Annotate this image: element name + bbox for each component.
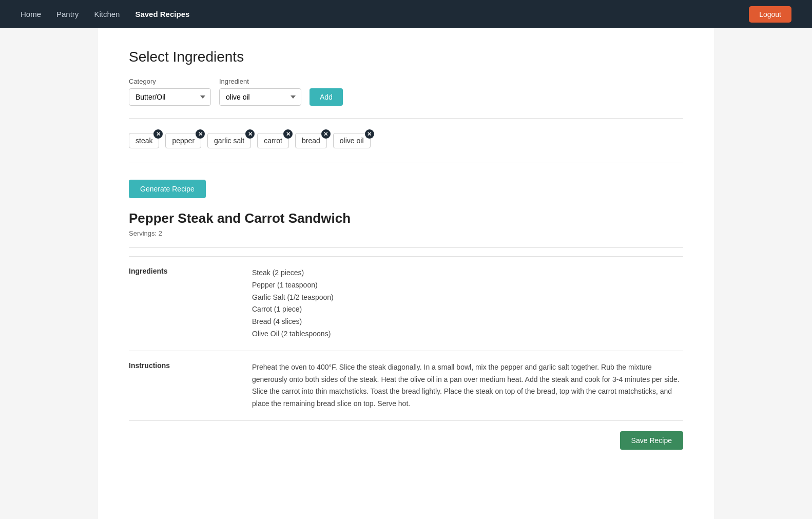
ingredients-content: Steak (2 pieces) Pepper (1 teaspoon) Gar… xyxy=(252,267,683,340)
tag-label: olive oil xyxy=(340,137,364,145)
divider-1 xyxy=(129,118,683,119)
tag-close-bread[interactable]: ✕ xyxy=(321,129,331,139)
ingredient-5: Olive Oil (2 tablespoons) xyxy=(252,328,683,340)
logout-button[interactable]: Logout xyxy=(749,6,791,23)
tag-label: garlic salt xyxy=(214,137,244,145)
ingredient-3: Carrot (1 piece) xyxy=(252,303,683,316)
nav-saved-recipes[interactable]: Saved Recipes xyxy=(135,10,189,18)
category-label: Category xyxy=(129,78,211,85)
nav-kitchen[interactable]: Kitchen xyxy=(94,10,120,18)
nav-pantry[interactable]: Pantry xyxy=(56,10,79,18)
add-button[interactable]: Add xyxy=(310,88,343,106)
tag-bread: bread ✕ xyxy=(295,133,327,148)
ingredient-0: Steak (2 pieces) xyxy=(252,267,683,279)
ingredients-section: Ingredients Steak (2 pieces) Pepper (1 t… xyxy=(129,256,683,351)
category-select[interactable]: Butter/Oil Spices Vegetables Meat Grains xyxy=(129,88,211,106)
save-area: Save Recipe xyxy=(129,420,683,455)
instructions-content: Preheat the oven to 400°F. Slice the ste… xyxy=(252,361,683,410)
ingredients-label: Ingredients xyxy=(129,267,231,340)
tag-steak: steak ✕ xyxy=(129,133,159,148)
tag-close-olive-oil[interactable]: ✕ xyxy=(365,129,374,139)
ingredient-1: Pepper (1 teaspoon) xyxy=(252,279,683,292)
tag-pepper: pepper ✕ xyxy=(165,133,201,148)
tag-label: carrot xyxy=(264,137,282,145)
nav-links: Home Pantry Kitchen Saved Recipes xyxy=(21,10,189,18)
tag-label: steak xyxy=(136,137,152,145)
tag-close-pepper[interactable]: ✕ xyxy=(196,129,205,139)
navbar: Home Pantry Kitchen Saved Recipes Logout xyxy=(0,0,812,28)
instructions-section: Instructions Preheat the oven to 400°F. … xyxy=(129,351,683,420)
category-group: Category Butter/Oil Spices Vegetables Me… xyxy=(129,78,211,106)
recipe-title: Pepper Steak and Carrot Sandwich xyxy=(129,210,683,226)
ingredient-4: Bread (4 slices) xyxy=(252,316,683,328)
divider-2 xyxy=(129,163,683,163)
divider-3 xyxy=(129,247,683,248)
generate-recipe-button[interactable]: Generate Recipe xyxy=(129,180,206,198)
ingredient-select[interactable]: olive oil butter canola oil xyxy=(219,88,301,106)
ingredient-group: Ingredient olive oil butter canola oil xyxy=(219,78,301,106)
instructions-text: Preheat the oven to 400°F. Slice the ste… xyxy=(252,361,683,410)
page-title: Select Ingredients xyxy=(129,49,683,65)
tags-row: steak ✕ pepper ✕ garlic salt ✕ carrot ✕ … xyxy=(129,127,683,155)
tag-close-garlic-salt[interactable]: ✕ xyxy=(245,129,255,139)
ingredient-label: Ingredient xyxy=(219,78,301,85)
save-recipe-button[interactable]: Save Recipe xyxy=(620,431,683,450)
tag-label: pepper xyxy=(172,137,195,145)
select-row: Category Butter/Oil Spices Vegetables Me… xyxy=(129,78,683,106)
tag-close-carrot[interactable]: ✕ xyxy=(283,129,293,139)
tag-close-steak[interactable]: ✕ xyxy=(153,129,163,139)
tag-olive-oil: olive oil ✕ xyxy=(333,133,371,148)
ingredient-2: Garlic Salt (1/2 teaspoon) xyxy=(252,292,683,304)
instructions-label: Instructions xyxy=(129,361,231,410)
tag-garlic-salt: garlic salt ✕ xyxy=(207,133,251,148)
nav-home[interactable]: Home xyxy=(21,10,41,18)
tag-label: bread xyxy=(302,137,320,145)
tag-carrot: carrot ✕ xyxy=(257,133,289,148)
recipe-servings: Servings: 2 xyxy=(129,229,683,237)
main-content: Select Ingredients Category Butter/Oil S… xyxy=(98,28,714,519)
